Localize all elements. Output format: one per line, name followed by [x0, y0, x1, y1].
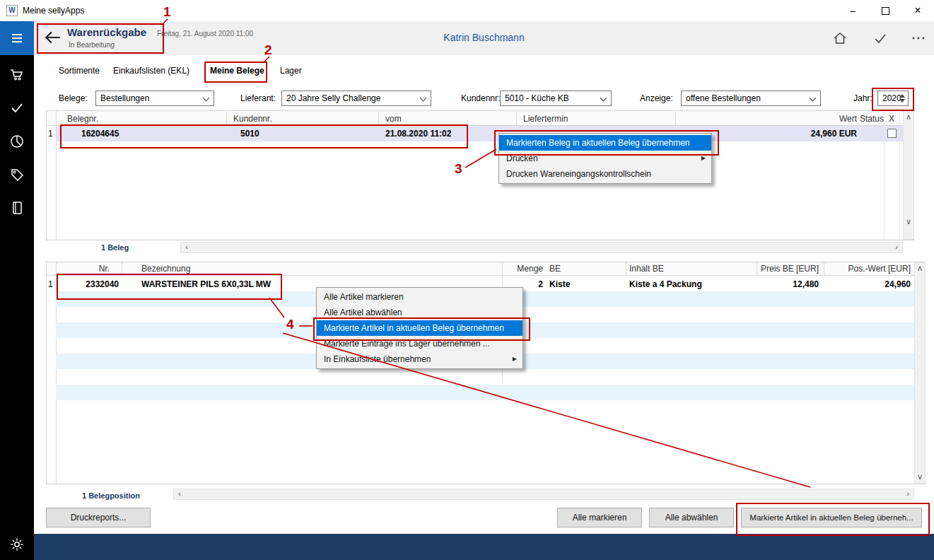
menu-item-lager-uebernehmen[interactable]: Markierte Einträge ins Lager übernehmen … [317, 336, 523, 351]
table-row[interactable] [56, 385, 914, 400]
chevron-down-icon [810, 95, 817, 102]
gear-icon[interactable] [10, 537, 24, 552]
header-band: Warenrückgabe In Bearbeitung Freitag, 21… [34, 21, 934, 55]
col-nr: Nr. [64, 262, 110, 276]
minimize-button[interactable]: – [836, 0, 869, 21]
divider [378, 112, 379, 126]
beleg-hscrollbar[interactable] [180, 242, 903, 253]
col-be: BE [549, 262, 561, 276]
spinner-down-icon[interactable] [899, 99, 905, 103]
scroll-down-icon[interactable]: ∨ [914, 472, 926, 483]
position-row-preis: 12,480 [749, 279, 819, 289]
chevron-down-icon [600, 95, 607, 102]
scroll-up-icon[interactable]: ∧ [914, 263, 926, 274]
uebernehmen-button[interactable]: Markierte Artikel in aktuellen Beleg übe… [741, 508, 922, 527]
maximize-button[interactable] [869, 0, 901, 21]
app-icon: W [6, 5, 18, 16]
position-hscrollbar[interactable] [173, 489, 914, 500]
kundennr-select[interactable]: 5010 - Küche KB [500, 91, 612, 106]
pie-chart-icon[interactable] [10, 134, 24, 148]
beleg-table-header [47, 111, 903, 126]
close-button[interactable]: × [901, 0, 934, 21]
menu-item-artikel-uebernehmen[interactable]: Markierte Artikel in aktuellen Beleg übe… [317, 320, 523, 336]
anzeige-select-value: offene Bestellungen [686, 91, 761, 105]
tab-lager[interactable]: Lager [280, 66, 302, 76]
col-x: X [885, 112, 899, 126]
divider [675, 112, 676, 126]
col-preis-be: Preis BE [EUR] [749, 262, 819, 276]
col-liefertermin: Liefertermin [523, 112, 568, 126]
ellipsis-icon[interactable] [911, 30, 926, 46]
col-vom: vom [385, 112, 402, 126]
menu-item-label: Markierte Artikel in aktuellen Beleg übe… [324, 323, 504, 333]
anzeige-label: Anzeige: [640, 93, 673, 103]
bottom-bar [34, 534, 934, 560]
beleg-row-belegnr: 16204645 [81, 129, 119, 139]
col-status: Status [859, 112, 885, 126]
menu-item-beleg-uebernehmen[interactable]: Markierten Beleg in aktuellen Beleg über… [499, 135, 711, 151]
menu-item-drucken[interactable]: Drucken ▶ [499, 151, 711, 166]
scroll-down-icon[interactable]: ∨ [903, 216, 914, 228]
divider [824, 262, 824, 276]
kundennr-label: Kundennr: [461, 93, 500, 103]
chevron-down-icon [420, 95, 427, 102]
scroll-right-icon[interactable]: › [902, 489, 913, 500]
jahr-label: Jahr: [853, 93, 872, 103]
position-count: 1 Belegposition [82, 491, 140, 500]
book-icon[interactable] [10, 201, 24, 215]
position-row-inhalt: Kiste a 4 Packung [629, 279, 702, 289]
col-bezeichnung: Bezeichnung [141, 262, 190, 276]
scroll-right-icon[interactable]: › [891, 242, 902, 253]
tab-einkaufslisten[interactable]: Einkaufslisten (EKL) [113, 66, 189, 76]
col-pos-wert: Pos.-Wert [EUR] [834, 262, 911, 276]
lieferant-select[interactable]: 20 Jahre Selly Challenge [281, 91, 431, 106]
cart-icon[interactable] [10, 68, 24, 82]
submenu-arrow-icon: ▶ [701, 151, 706, 166]
divider [757, 262, 757, 276]
app-window: W Meine sellyApps – × [0, 0, 934, 560]
position-row-nr[interactable]: 2332040 [67, 279, 119, 289]
anzeige-select[interactable]: offene Bestellungen [681, 91, 821, 106]
title-bar: W Meine sellyApps – × [0, 0, 934, 21]
jahr-spinner[interactable]: 2020 [877, 91, 909, 106]
sidebar-menu-button[interactable] [0, 21, 34, 55]
position-row-be: Kiste [549, 279, 570, 289]
position-row-bezeichnung[interactable]: WARSTEINER PILS 6X0,33L MW [141, 279, 271, 289]
confirm-check-icon[interactable] [872, 30, 888, 46]
position-row-poswert: 24,960 [834, 279, 911, 289]
col-wert: Wert [778, 112, 857, 126]
home-icon[interactable] [832, 30, 848, 46]
col-belegnr: Belegnr. [67, 112, 98, 126]
position-row-index: 1 [48, 279, 53, 289]
beleg-row-checkbox[interactable] [887, 129, 897, 138]
belege-select[interactable]: Bestellungen [95, 91, 214, 106]
col-menge: Menge [506, 262, 543, 276]
tab-meine-belege[interactable]: Meine Belege [210, 66, 264, 76]
window-title: Meine sellyApps [23, 6, 84, 16]
col-inhalt-be: Inhalt BE [629, 262, 664, 276]
lieferant-select-value: 20 Jahre Selly Challenge [286, 91, 380, 105]
maximize-icon [882, 7, 889, 15]
scroll-left-icon[interactable]: ‹ [181, 242, 192, 253]
menu-item-drucken-kontrollschein[interactable]: Drucken Wareneingangskontrollschein [499, 166, 711, 182]
alle-abwaehlen-button[interactable]: Alle abwählen [649, 508, 734, 527]
beleg-row-kundennr: 5010 [240, 129, 259, 139]
scroll-up-icon[interactable]: ∧ [903, 112, 914, 123]
alle-markieren-button[interactable]: Alle markieren [557, 508, 642, 527]
druckreports-button[interactable]: Druckreports... [46, 508, 151, 527]
menu-item-alle-abwaehlen[interactable]: Alle Artikel abwählen [317, 305, 523, 320]
menu-item-label: Alle Artikel markieren [324, 292, 404, 302]
menu-item-einkaufsliste[interactable]: In Einkaufsliste übernehmen ▶ [317, 351, 523, 367]
position-vscrollbar[interactable] [914, 262, 926, 484]
check-icon[interactable] [10, 101, 24, 115]
spinner-up-icon[interactable] [899, 94, 905, 98]
tab-sortimente[interactable]: Sortimente [59, 66, 100, 76]
menu-item-label: In Einkaufsliste übernehmen [324, 354, 431, 364]
scroll-left-icon[interactable]: ‹ [174, 489, 185, 500]
menu-item-alle-markieren[interactable]: Alle Artikel markieren [317, 289, 523, 305]
kundennr-select-value: 5010 - Küche KB [505, 91, 569, 105]
price-tag-icon[interactable] [10, 168, 24, 182]
menu-item-label: Alle Artikel abwählen [324, 308, 402, 317]
divider [516, 112, 517, 126]
beleg-row-vom: 21.08.2020 11:02 [385, 129, 451, 139]
